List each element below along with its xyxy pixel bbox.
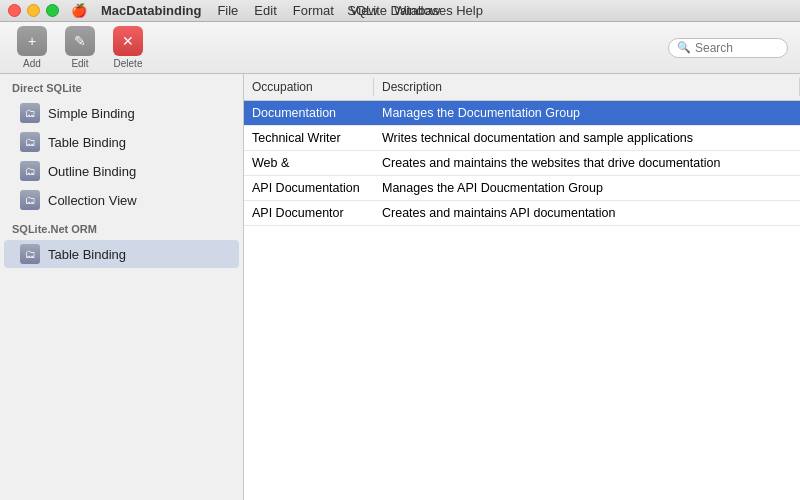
add-icon: + [17,26,47,56]
menu-file[interactable]: File [211,3,244,18]
search-input[interactable] [695,41,775,55]
sidebar-item-label-outline: Outline Binding [48,164,136,179]
cell-description: Creates and maintains API documentation [374,201,800,225]
edit-button[interactable]: ✎ Edit [60,26,100,69]
window-controls[interactable]: ✕ − + [8,4,59,17]
delete-label: Delete [114,58,143,69]
sidebar-item-table-binding-orm[interactable]: 🗂 Table Binding [4,240,239,268]
table-area: Occupation Description DocumentationMana… [244,74,800,500]
cell-occupation: Web & [244,151,374,175]
menu-macdata binding[interactable]: MacDatabinding [95,3,207,18]
cell-description: Writes technical documentation and sampl… [374,126,800,150]
table-body: DocumentationManages the Documentation G… [244,101,800,500]
search-box[interactable]: 🔍 [668,38,788,58]
sidebar-item-simple-binding[interactable]: 🗂 Simple Binding [4,99,239,127]
outline-binding-icon: 🗂 [20,161,40,181]
table-header: Occupation Description [244,74,800,101]
table-binding-icon: 🗂 [20,132,40,152]
cell-occupation: API Documentation [244,176,374,200]
sidebar-item-label-collection: Collection View [48,193,137,208]
menu-edit[interactable]: Edit [248,3,282,18]
add-label: Add [23,58,41,69]
cell-occupation: Technical Writer [244,126,374,150]
simple-binding-icon: 🗂 [20,103,40,123]
apple-icon[interactable]: 🍎 [71,3,87,18]
sidebar-item-label-simple: Simple Binding [48,106,135,121]
close-button[interactable]: ✕ [8,4,21,17]
table-row[interactable]: API DocumentationManages the API Doucmen… [244,176,800,201]
table-row[interactable]: Web &Creates and maintains the websites … [244,151,800,176]
menu-view[interactable]: View [344,3,384,18]
collection-view-icon: 🗂 [20,190,40,210]
cell-description: Manages the API Doucmentation Group [374,176,800,200]
menu-window[interactable]: Window [388,3,446,18]
sidebar-item-outline-binding[interactable]: 🗂 Outline Binding [4,157,239,185]
sidebar: Direct SQLite 🗂 Simple Binding 🗂 Table B… [0,74,244,500]
cell-occupation: Documentation [244,101,374,125]
col-header-description: Description [374,78,800,96]
edit-label: Edit [71,58,88,69]
menu-help[interactable]: Help [450,3,489,18]
delete-button[interactable]: ✕ Delete [108,26,148,69]
sidebar-item-collection-view[interactable]: 🗂 Collection View [4,186,239,214]
menu-format[interactable]: Format [287,3,340,18]
table-row[interactable]: Technical WriterWrites technical documen… [244,126,800,151]
main-content: Direct SQLite 🗂 Simple Binding 🗂 Table B… [0,74,800,500]
maximize-button[interactable]: + [46,4,59,17]
edit-icon: ✎ [65,26,95,56]
table-binding-orm-icon: 🗂 [20,244,40,264]
sidebar-section-direct: Direct SQLite [0,74,243,98]
sidebar-section-orm: SQLite.Net ORM [0,215,243,239]
cell-occupation: API Documentor [244,201,374,225]
search-icon: 🔍 [677,41,691,54]
minimize-button[interactable]: − [27,4,40,17]
table-row[interactable]: DocumentationManages the Documentation G… [244,101,800,126]
table-row[interactable]: API DocumentorCreates and maintains API … [244,201,800,226]
sidebar-item-label-table-orm: Table Binding [48,247,126,262]
cell-description: Manages the Documentation Group [374,101,800,125]
delete-icon: ✕ [113,26,143,56]
titlebar: ✕ − + 🍎 MacDatabinding File Edit Format … [0,0,800,22]
toolbar: + Add ✎ Edit ✕ Delete 🔍 [0,22,800,74]
sidebar-item-table-binding[interactable]: 🗂 Table Binding [4,128,239,156]
menu-bar: ✕ − + 🍎 MacDatabinding File Edit Format … [8,3,489,18]
cell-description: Creates and maintains the websites that … [374,151,800,175]
add-button[interactable]: + Add [12,26,52,69]
col-header-occupation: Occupation [244,78,374,96]
sidebar-item-label-table: Table Binding [48,135,126,150]
